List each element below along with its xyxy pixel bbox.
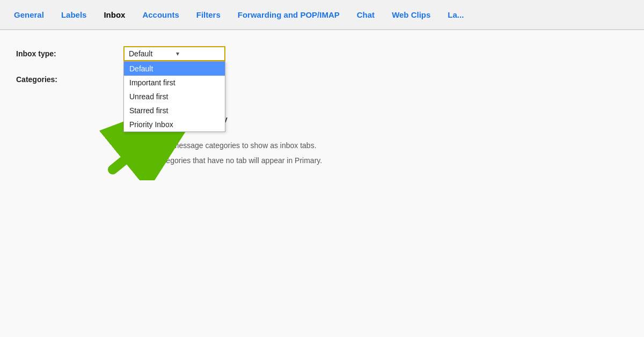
- dropdown-selected-value: Default: [129, 49, 173, 58]
- settings-nav: GeneralLabelsInboxAccountsFiltersForward…: [0, 0, 644, 30]
- dropdown-option-priority-inbox[interactable]: Priority Inbox: [124, 118, 225, 131]
- nav-item-webclips[interactable]: Web Clips: [383, 0, 439, 29]
- dropdown-option-default[interactable]: Default: [124, 62, 225, 76]
- info-line-2: Message categories that have no tab will…: [123, 155, 644, 166]
- nav-item-accounts[interactable]: Accounts: [134, 0, 187, 29]
- inbox-type-control: Default ▾ DefaultImportant firstUnread f…: [123, 46, 644, 61]
- info-text: Choose which message categories to show …: [123, 140, 644, 167]
- dropdown-option-unread-first[interactable]: Unread first: [124, 90, 225, 104]
- inbox-type-dropdown[interactable]: Default ▾: [123, 46, 225, 61]
- dropdown-option-important-first[interactable]: Important first: [124, 76, 225, 90]
- settings-content: Inbox type: Default ▾ DefaultImportant f…: [0, 30, 644, 337]
- nav-item-filters[interactable]: Filters: [188, 0, 229, 29]
- nav-item-inbox[interactable]: Inbox: [95, 0, 134, 29]
- nav-item-chat[interactable]: Chat: [348, 0, 383, 29]
- info-line-1: Choose which message categories to show …: [123, 140, 644, 151]
- categories-label: Categories:: [16, 72, 123, 84]
- nav-item-labs[interactable]: La...: [439, 0, 472, 29]
- starred-messages-section: Starred messages Include starred in Prim…: [16, 103, 644, 123]
- dropdown-option-starred-first[interactable]: Starred first: [124, 104, 225, 118]
- inbox-type-menu: DefaultImportant firstUnread firstStarre…: [123, 61, 225, 132]
- inbox-type-label: Inbox type:: [16, 46, 123, 58]
- nav-item-labels[interactable]: Labels: [53, 0, 96, 29]
- nav-item-forwarding[interactable]: Forwarding and POP/IMAP: [229, 0, 348, 29]
- inbox-type-row: Inbox type: Default ▾ DefaultImportant f…: [16, 46, 644, 61]
- categories-row: Categories: UpdatesForums: [16, 72, 644, 92]
- nav-item-general[interactable]: General: [5, 0, 53, 29]
- chevron-down-icon: ▾: [176, 50, 220, 57]
